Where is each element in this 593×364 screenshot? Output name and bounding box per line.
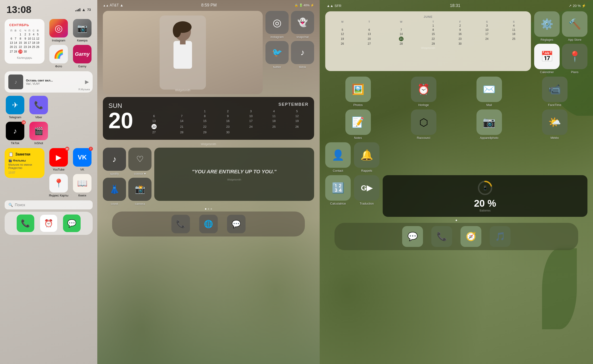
svg-rect-4 <box>180 40 186 45</box>
p3-dock-phone[interactable]: 📞 <box>431 226 452 247</box>
p2-app-spotify[interactable]: ♪ spotify <box>103 148 126 176</box>
p3-mail-label: Mail <box>486 103 492 107</box>
app-tiktok-label: TikTok <box>11 141 19 145</box>
p3-app-appstore[interactable]: 🔨 App Store <box>562 11 587 41</box>
p2-app-camera[interactable]: 📸 camera <box>128 178 152 206</box>
yandex-maps-icon: 📍 <box>53 178 64 188</box>
app-garny[interactable]: Garny Garny <box>72 45 93 68</box>
app-yandex-maps[interactable]: 📍 Яндекс Карты <box>48 174 69 197</box>
viber-icon: 📞 <box>34 101 43 110</box>
p3-dock-music[interactable]: 🎵 <box>490 226 511 247</box>
music-play-button[interactable]: ▶ <box>85 79 89 85</box>
table-row: 678 9101112 <box>138 114 308 118</box>
camera-icon: 📸 <box>135 184 145 194</box>
p3-app-reglages[interactable]: ⚙️ Réglages <box>534 11 560 41</box>
p3-app-calendrier[interactable]: 📅 Calendrier <box>534 44 560 74</box>
p2-app-instagram[interactable]: ◎ instagram <box>266 11 289 39</box>
p3-traduction-label: Traduction <box>360 202 374 205</box>
table-row: 1 2345 <box>9 32 40 37</box>
app-viber-label: Viber <box>35 116 42 119</box>
p3-app-horloge[interactable]: ⏰ Horloge <box>411 77 436 107</box>
p2-connor-label: connor ♥ <box>134 172 146 176</box>
dock-phone-p2[interactable]: 📞 <box>171 215 190 233</box>
p3-app-contact[interactable]: 👤 Contact <box>325 142 351 172</box>
p2-app-twitter[interactable]: 🐦 twitter <box>266 41 289 69</box>
app-camera-label: Камера <box>77 39 87 42</box>
p3-app-plans[interactable]: 📍 Plans <box>562 44 587 74</box>
p3-app-appareilphoto[interactable]: 📷 Appareilphoto <box>476 110 502 140</box>
dock-clock[interactable]: ⏰ <box>40 214 57 232</box>
p3-app-mail[interactable]: ✉️ Mail <box>476 77 502 107</box>
telegram-icon: ✈ <box>12 101 18 110</box>
p3-today-cell: 21 <box>399 37 404 41</box>
p3-app-photos[interactable]: 🖼️ Photos <box>345 77 371 107</box>
table-row: 262728 2930 <box>329 42 527 46</box>
p2-app-covet[interactable]: 👗 covet <box>103 178 126 206</box>
table-row: 678 9101112 <box>9 37 40 41</box>
p2-today-cell: 20 <box>152 124 157 129</box>
calendar-month: СЕНТЯБРЬ <box>9 23 40 27</box>
p2-tiktok-label: tiktok <box>299 65 306 69</box>
app-camera[interactable]: 📷 Камера <box>72 19 93 42</box>
p3-page-dots <box>325 220 587 221</box>
p3-app-calculatrice[interactable]: 🔢 Calculatrice <box>325 175 351 217</box>
tiktok-icon: ♪ <box>300 48 305 57</box>
p3-app-traduction[interactable]: G▶ Traduction <box>354 175 380 217</box>
tiktok-icon: ♪ <box>13 127 17 135</box>
app-photos[interactable]: 🌈 Фото <box>48 45 69 68</box>
dock-phone[interactable]: 📞 <box>17 214 34 232</box>
p3-app-raccourci[interactable]: ⬡ Raccourci <box>411 110 436 140</box>
dock-globe-p2[interactable]: 🌐 <box>199 215 218 233</box>
p2-app-connor[interactable]: ♡ connor ♥ <box>128 148 152 176</box>
clock-icon: ⏰ <box>44 219 53 228</box>
dock-messages-p2[interactable]: 💬 <box>227 215 246 233</box>
phone2-time: 8:59 PM <box>201 3 217 8</box>
app-telegram[interactable]: ✈ Telegram <box>5 96 26 119</box>
youtube-icon: ▶ <box>56 153 62 162</box>
app-viber[interactable]: 📞 Viber <box>28 96 49 119</box>
reminders-icon: 🔔 <box>360 149 373 161</box>
p2-app-tiktok[interactable]: ♪ tiktok <box>291 41 314 69</box>
search-bar[interactable]: 🔍 Поиск <box>5 200 93 209</box>
p3-app-facetime[interactable]: 📹 FaceTime <box>542 77 567 107</box>
p2-cal-widget-label: Widgetsmith <box>103 143 314 146</box>
dock-messages[interactable]: 💬 <box>63 214 81 232</box>
notes-widget[interactable]: 📋 Заметки 🎬 Фильмы Мальчик по имени Рожд… <box>5 148 45 178</box>
p3-app-notes[interactable]: 📝 Notes <box>345 110 371 140</box>
wifi-icon: ▲ <box>120 3 123 7</box>
p3-app-rappels[interactable]: 🔔 Rappels <box>354 142 380 172</box>
p2-app-snapchat[interactable]: 👻 snapchat <box>291 11 314 39</box>
app-books[interactable]: 📖 Книги <box>72 174 93 197</box>
music-artist: Vas', VLNY <box>26 82 82 85</box>
p3-raccourci-label: Raccourci <box>417 136 430 140</box>
batteries-widget: 📱 20 % Batteries <box>383 175 587 217</box>
notes-header: 📋 Заметки <box>8 152 41 157</box>
app-instagram[interactable]: ◎ Instagram <box>48 19 69 42</box>
table-row: 121314 15161718 <box>329 32 527 36</box>
phone1: 13:08 ▲ 73 СЕНТЯБРЬ ПВС ЧПСВ <box>0 0 97 364</box>
app-youtube[interactable]: ▶ 60 YouTube <box>48 148 69 171</box>
search-placeholder: Поиск <box>15 203 25 207</box>
app-tiktok[interactable]: ♪ 15 TikTok <box>5 122 26 145</box>
photos-icon: 🖼️ <box>352 83 364 95</box>
camera-icon: 📷 <box>77 23 87 33</box>
translate-icon: G▶ <box>361 183 373 192</box>
p2-spotify-label: spotify <box>110 172 119 176</box>
phone1-dock: 📞 ⏰ 💬 <box>5 212 93 235</box>
p2-calendar-grid: 1 2345 678 9101112 131415 16171819 <box>138 109 308 135</box>
p3-dock-messages[interactable]: 💬 <box>402 226 423 247</box>
battery-icon: 📱 <box>482 185 488 190</box>
app-vk[interactable]: VK 7 VK <box>72 148 93 171</box>
p3-app-meteo[interactable]: 🌤️ Météo <box>542 110 567 140</box>
messages-icon: 💬 <box>67 219 76 228</box>
p3-dock-compass[interactable]: 🧭 <box>460 226 481 247</box>
p3-appareilphoto-label: Appareilphoto <box>480 136 498 140</box>
appstore-icon: 🔨 <box>568 18 581 30</box>
vk-icon: VK <box>78 154 87 161</box>
p3-contact-label: Contact <box>333 169 343 172</box>
twitter-icon: 🐦 <box>272 48 282 57</box>
vk-badge: 7 <box>89 147 93 151</box>
app-inshot[interactable]: 🎬 InShot <box>28 122 49 145</box>
calendar-icon: 📅 <box>541 51 553 63</box>
notes-icon: 📋 <box>8 152 13 157</box>
